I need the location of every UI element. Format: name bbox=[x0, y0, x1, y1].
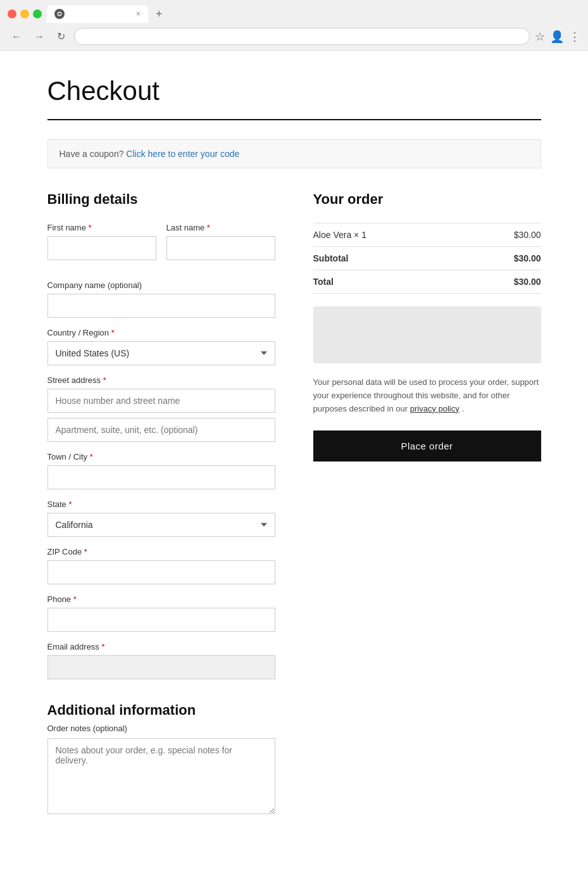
notes-label: Order notes (optional) bbox=[47, 724, 275, 733]
bookmark-icon[interactable]: ☆ bbox=[535, 30, 545, 44]
svg-point-1 bbox=[58, 13, 61, 15]
zip-label: ZIP Code * bbox=[47, 547, 275, 556]
account-icon[interactable]: 👤 bbox=[550, 30, 564, 44]
last-name-input[interactable] bbox=[166, 236, 275, 260]
phone-input[interactable] bbox=[47, 608, 275, 632]
minimize-button[interactable] bbox=[20, 9, 29, 18]
state-select[interactable]: California bbox=[47, 513, 275, 537]
product-row: Aloe Vera × 1 $30.00 bbox=[313, 223, 541, 247]
email-group: Email address * bbox=[47, 642, 275, 679]
email-label: Email address * bbox=[47, 642, 275, 651]
state-group: State * California bbox=[47, 499, 275, 537]
company-input[interactable] bbox=[47, 294, 275, 318]
billing-heading: Billing details bbox=[47, 191, 275, 208]
product-price: $30.00 bbox=[464, 223, 541, 247]
product-name: Aloe Vera × 1 bbox=[313, 223, 465, 247]
coupon-text: Have a coupon? bbox=[59, 149, 124, 159]
required-star: * bbox=[109, 328, 115, 337]
street-label: Street address * bbox=[47, 375, 275, 385]
total-row: Total $30.00 bbox=[313, 270, 541, 294]
zip-input[interactable] bbox=[47, 560, 275, 584]
phone-label: Phone * bbox=[47, 594, 275, 604]
required-star: * bbox=[86, 223, 92, 232]
email-input[interactable] bbox=[47, 655, 275, 679]
page-title: Checkout bbox=[47, 76, 541, 106]
subtotal-label: Subtotal bbox=[313, 247, 465, 270]
privacy-text: Your personal data will be used to proce… bbox=[313, 376, 541, 415]
required-star: * bbox=[82, 547, 87, 556]
place-order-button[interactable]: Place order bbox=[313, 430, 541, 462]
additional-section: Additional information Order notes (opti… bbox=[47, 702, 275, 816]
billing-section: Billing details First name * Last name * bbox=[47, 191, 275, 816]
first-name-input[interactable] bbox=[47, 236, 156, 260]
company-label: Company name (optional) bbox=[47, 280, 275, 290]
payment-placeholder bbox=[313, 306, 541, 363]
back-button[interactable]: ← bbox=[8, 28, 25, 45]
notes-textarea[interactable] bbox=[47, 738, 275, 814]
total-label: Total bbox=[313, 270, 465, 294]
order-heading: Your order bbox=[313, 191, 541, 208]
phone-group: Phone * bbox=[47, 594, 275, 632]
browser-nav: ← → ↻ ☆ 👤 ⋮ bbox=[8, 28, 580, 45]
traffic-lights bbox=[8, 9, 42, 18]
browser-chrome: × + ← → ↻ ☆ 👤 ⋮ bbox=[0, 0, 588, 51]
subtotal-value: $30.00 bbox=[464, 247, 541, 270]
close-button[interactable] bbox=[8, 9, 16, 18]
company-group: Company name (optional) bbox=[47, 280, 275, 318]
order-table: Aloe Vera × 1 $30.00 Subtotal $30.00 Tot… bbox=[313, 223, 541, 294]
nav-icons: ☆ 👤 ⋮ bbox=[535, 30, 580, 44]
required-star: * bbox=[66, 499, 72, 509]
required-star: * bbox=[99, 642, 105, 651]
tab-favicon bbox=[54, 9, 65, 19]
coupon-banner: Have a coupon? Click here to enter your … bbox=[47, 139, 541, 168]
name-row: First name * Last name * bbox=[47, 223, 275, 270]
coupon-link[interactable]: Click here to enter your code bbox=[126, 149, 239, 159]
required-star: * bbox=[87, 452, 93, 462]
subtotal-row: Subtotal $30.00 bbox=[313, 247, 541, 270]
order-section: Your order Aloe Vera × 1 $30.00 Subtotal… bbox=[313, 191, 541, 462]
state-label: State * bbox=[47, 499, 275, 509]
address-bar[interactable] bbox=[74, 28, 530, 45]
total-value: $30.00 bbox=[464, 270, 541, 294]
city-label: Town / City * bbox=[47, 452, 275, 462]
new-tab-button[interactable]: + bbox=[156, 8, 163, 21]
country-select[interactable]: United States (US) bbox=[47, 341, 275, 365]
required-star: * bbox=[204, 223, 210, 232]
menu-icon[interactable]: ⋮ bbox=[569, 30, 580, 44]
first-name-group: First name * bbox=[47, 223, 156, 260]
page-divider bbox=[47, 119, 541, 120]
country-group: Country / Region * United States (US) bbox=[47, 328, 275, 365]
checkout-layout: Billing details First name * Last name * bbox=[47, 191, 541, 816]
reload-button[interactable]: ↻ bbox=[53, 28, 69, 45]
browser-tab[interactable]: × bbox=[47, 5, 148, 23]
street-group: Street address * bbox=[47, 375, 275, 442]
city-input[interactable] bbox=[47, 465, 275, 489]
last-name-label: Last name * bbox=[166, 223, 275, 232]
tab-close-button[interactable]: × bbox=[136, 9, 141, 18]
country-label: Country / Region * bbox=[47, 328, 275, 337]
titlebar: × + bbox=[8, 5, 580, 23]
page-content: Checkout Have a coupon? Click here to en… bbox=[22, 51, 566, 854]
maximize-button[interactable] bbox=[33, 9, 42, 18]
required-star: * bbox=[71, 594, 77, 604]
city-group: Town / City * bbox=[47, 452, 275, 489]
last-name-group: Last name * bbox=[166, 223, 275, 260]
required-star: * bbox=[101, 375, 106, 385]
street-input[interactable] bbox=[47, 389, 275, 413]
privacy-policy-link[interactable]: privacy policy bbox=[410, 404, 460, 413]
first-name-label: First name * bbox=[47, 223, 156, 232]
forward-button[interactable]: → bbox=[30, 28, 48, 45]
additional-heading: Additional information bbox=[47, 702, 275, 719]
apartment-input[interactable] bbox=[47, 418, 275, 442]
zip-group: ZIP Code * bbox=[47, 547, 275, 584]
